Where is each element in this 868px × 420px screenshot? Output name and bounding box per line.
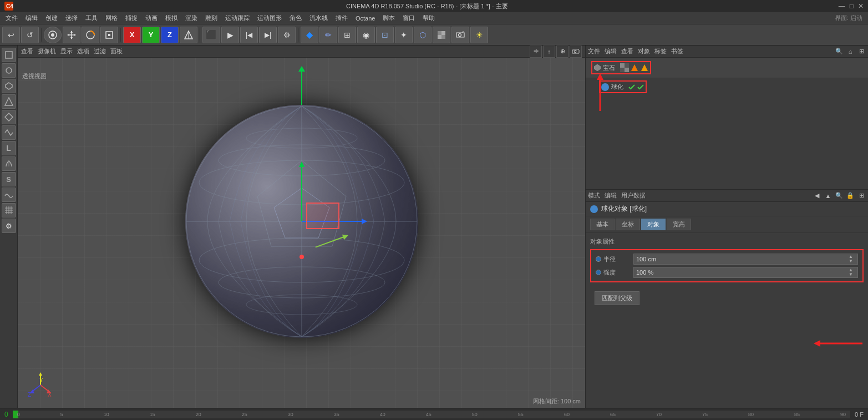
attr-tab-object[interactable]: 对象 [641,219,666,230]
om-menu-bookmark[interactable]: 书签 [671,47,683,55]
checkmark-icon[interactable] [628,83,636,91]
transform-button[interactable] [180,27,197,43]
undo-button[interactable]: ↩ [2,27,20,43]
maximize-button[interactable]: □ [850,2,854,10]
left-tool-9[interactable]: S [2,172,16,186]
attr-radius-stepper[interactable]: ▲ ▼ [849,255,855,264]
attr-strength-radio[interactable] [596,270,601,275]
menu-edit[interactable]: 编辑 [22,13,41,23]
left-tool-4[interactable] [2,94,16,109]
light-button[interactable]: ☀ [470,27,488,43]
left-tool-8[interactable] [2,156,16,171]
redo-button[interactable]: ↺ [21,27,39,43]
nurbs-button[interactable]: ⊞ [338,27,356,43]
menu-script[interactable]: 脚本 [379,13,398,23]
match-parent-button[interactable]: 匹配到父级 [595,291,639,305]
move-button[interactable] [63,27,80,43]
menu-help[interactable]: 帮助 [419,13,438,23]
window-controls[interactable]: — □ ✕ [839,2,864,10]
attr-menu-edit[interactable]: 编辑 [605,191,617,200]
close-button[interactable]: ✕ [858,2,864,10]
attr-search-icon[interactable]: 🔍 [835,191,844,200]
menu-plugin[interactable]: 插件 [332,13,351,23]
menu-character[interactable]: 角色 [286,13,305,23]
attr-tab-coords[interactable]: 坐标 [616,219,640,230]
deformer-button[interactable]: ◉ [357,27,375,43]
menu-pipeline[interactable]: 流水线 [306,13,331,23]
menu-render[interactable]: 渲染 [182,13,201,23]
effector-button[interactable]: ⊡ [376,27,394,43]
menu-tools[interactable]: 工具 [82,13,101,23]
vp-camera-icon[interactable] [570,45,582,58]
om-menu-tag[interactable]: 标签 [654,47,667,55]
live-select-button[interactable] [44,27,62,43]
menu-file[interactable]: 文件 [2,13,21,23]
attr-strength-stepper[interactable]: ▲ ▼ [849,268,855,277]
orange-triangle-icon[interactable] [630,63,639,72]
vp-menu-view[interactable]: 查看 [21,47,33,55]
menu-sculpt[interactable]: 雕刻 [202,13,221,23]
rotate-button[interactable] [82,27,99,43]
left-tool-10[interactable] [2,188,16,202]
vp-menu-panels[interactable]: 面板 [110,47,123,55]
om-home-icon[interactable]: ⌂ [846,47,855,56]
left-tool-6[interactable] [2,125,16,140]
vp-menu-camera[interactable]: 摄像机 [38,47,56,55]
om-expand-icon[interactable]: ⊞ [857,47,866,56]
attr-radius-radio[interactable] [596,256,601,262]
vp-menu-display[interactable]: 显示 [60,47,73,55]
om-menu-file[interactable]: 文件 [588,47,600,55]
x-axis-button[interactable]: X [123,27,141,43]
vp-menu-options[interactable]: 选项 [77,47,89,55]
attr-tab-basic[interactable]: 基本 [590,219,615,230]
orange-triangle2-icon[interactable] [640,63,649,72]
menu-octane[interactable]: Octane [352,14,378,23]
scale-button[interactable] [100,27,118,43]
cube-obj-button[interactable]: ◆ [301,27,318,43]
checkerboard-icon[interactable] [620,63,629,72]
attr-radius-down[interactable]: ▼ [849,259,855,264]
left-tool-3[interactable] [2,79,16,93]
attr-menu-mode[interactable]: 模式 [588,191,600,200]
scene-button[interactable]: ⬡ [414,27,432,43]
menu-window[interactable]: 窗口 [399,13,418,23]
attr-lock-icon[interactable]: 🔒 [846,191,855,200]
prev-frame-button[interactable]: |◀ [240,27,258,43]
attr-strength-down[interactable]: ▼ [849,272,855,277]
vp-zoom-icon[interactable]: ⊕ [556,45,568,58]
menu-animation[interactable]: 动画 [142,13,161,23]
left-tool-5[interactable] [2,110,16,124]
anim-settings-button[interactable]: ⚙ [278,27,296,43]
om-menu-object[interactable]: 对象 [638,47,650,55]
y-axis-button[interactable]: Y [142,27,160,43]
attr-strength-input[interactable]: 100 % ▲ ▼ [633,267,858,278]
attr-menu-userdata[interactable]: 用户数据 [621,191,646,200]
material-button[interactable] [433,27,450,43]
timeline-bar[interactable]: 0 5 10 15 20 25 30 35 40 45 50 55 60 65 … [13,411,850,418]
menu-simulate[interactable]: 模拟 [162,13,181,23]
menu-motion-track[interactable]: 运动跟踪 [222,13,253,23]
z-axis-button[interactable]: Z [161,27,179,43]
left-tool-7[interactable]: L [2,141,16,155]
attr-tab-width[interactable]: 宽高 [667,219,691,230]
menu-mesh[interactable]: 网格 [102,13,121,23]
attr-expand-icon[interactable]: ⊞ [857,191,866,200]
attr-radius-input[interactable]: 100 cm ▲ ▼ [633,254,858,265]
visible-icon[interactable] [637,83,644,91]
pen-button[interactable]: ✏ [319,27,337,43]
vp-up-icon[interactable]: ↑ [543,45,555,58]
menu-snap[interactable]: 捕捉 [122,13,141,23]
om-search-icon[interactable]: 🔍 [835,47,844,56]
next-frame-button[interactable]: ▶| [259,27,277,43]
om-menu-view[interactable]: 查看 [621,47,633,55]
menu-create[interactable]: 创建 [42,13,61,23]
vp-menu-filter[interactable]: 过滤 [94,47,106,55]
om-menu-edit[interactable]: 编辑 [605,47,617,55]
minimize-button[interactable]: — [839,2,845,10]
main-viewport[interactable]: 查看 摄像机 显示 选项 过滤 面板 ✛ ↑ ⊕ 透视视图 [18,45,585,408]
mograph-button[interactable]: ✦ [395,27,413,43]
vp-move-icon[interactable]: ✛ [530,45,542,58]
menu-select[interactable]: 选择 [62,13,81,23]
left-tool-12[interactable]: ⚙ [2,219,16,233]
left-tool-11[interactable] [2,203,16,217]
